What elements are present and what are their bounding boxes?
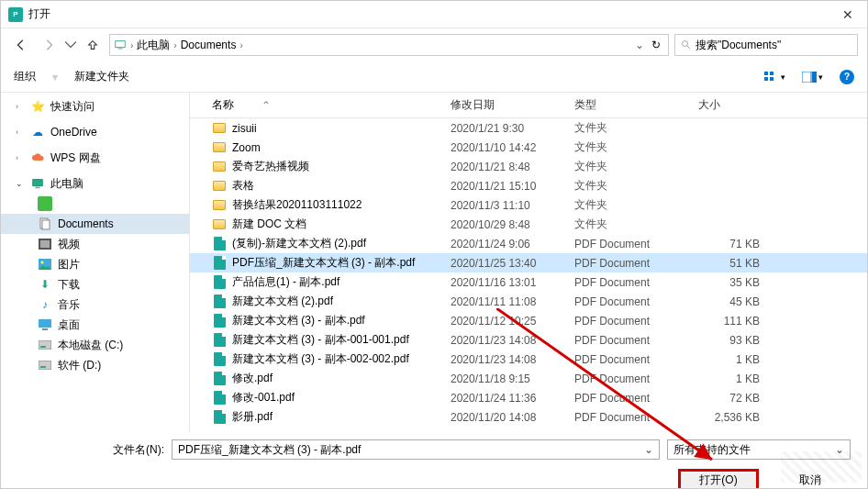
- desktop-icon: [38, 317, 52, 332]
- file-name: 新建文本文档 (3) - 副本.pdf: [232, 313, 451, 328]
- file-size: 111 KB: [698, 315, 767, 328]
- up-button[interactable]: [82, 34, 104, 56]
- app-icon: P: [8, 7, 23, 22]
- file-row[interactable]: (复制)-新建文本文档 (2).pdf2020/11/24 9:06PDF Do…: [190, 234, 867, 253]
- file-type: PDF Document: [574, 257, 698, 270]
- file-name: 新建文本文档 (3) - 副本-002-002.pdf: [232, 351, 451, 367]
- sidebar-downloads[interactable]: ⬇下载: [1, 274, 189, 295]
- organize-button[interactable]: 组织: [14, 69, 36, 84]
- file-row[interactable]: 新建 DOC 文档2020/10/29 8:48文件夹: [190, 215, 867, 234]
- file-date: 2020/11/3 11:10: [451, 199, 574, 212]
- sidebar-this-pc[interactable]: ⌄此电脑: [1, 173, 189, 194]
- pdf-icon: [212, 295, 227, 309]
- sidebar-onedrive[interactable]: ›☁OneDrive: [1, 122, 189, 142]
- new-folder-button[interactable]: 新建文件夹: [74, 69, 129, 84]
- column-headers[interactable]: 名称⌃ 修改日期 类型 大小: [190, 93, 867, 118]
- svg-rect-3: [764, 72, 768, 75]
- search-input[interactable]: 搜索"Documents": [674, 34, 858, 56]
- disk-icon: [38, 338, 52, 352]
- col-type[interactable]: 类型: [574, 97, 698, 113]
- open-button[interactable]: 打开(O): [678, 469, 759, 489]
- pc-icon: [30, 176, 45, 191]
- file-size: 1 KB: [698, 372, 767, 385]
- file-name: 修改-001.pdf: [232, 390, 451, 406]
- file-type: 文件夹: [574, 217, 698, 232]
- file-row[interactable]: PDF压缩_新建文本文档 (3) - 副本.pdf2020/11/25 13:4…: [190, 253, 867, 272]
- file-type: PDF Document: [574, 315, 698, 328]
- sidebar-music[interactable]: ♪音乐: [1, 295, 189, 315]
- cloud-icon: ☁: [30, 125, 45, 139]
- pdf-icon: [212, 352, 227, 367]
- search-placeholder: 搜索"Documents": [696, 38, 781, 53]
- sidebar-3d[interactable]: 3D: [1, 194, 189, 214]
- watermark: [781, 451, 862, 483]
- file-type: 文件夹: [574, 159, 698, 174]
- file-row[interactable]: 新建文本文档 (2).pdf2020/11/11 11:08PDF Docume…: [190, 292, 867, 311]
- file-type: 文件夹: [574, 120, 698, 136]
- sidebar-wps[interactable]: ›WPS 网盘: [1, 148, 189, 168]
- svg-rect-21: [39, 361, 51, 370]
- file-row[interactable]: 爱奇艺热播视频2020/11/21 8:48文件夹: [190, 157, 867, 176]
- help-icon[interactable]: ?: [840, 70, 854, 84]
- back-button[interactable]: [10, 34, 32, 56]
- file-row[interactable]: 新建文本文档 (3) - 副本.pdf2020/11/12 10:25PDF D…: [190, 311, 867, 330]
- sidebar-video[interactable]: 视频: [1, 234, 189, 254]
- file-type: PDF Document: [574, 392, 698, 405]
- file-type: PDF Document: [574, 295, 698, 308]
- file-type: PDF Document: [574, 372, 698, 385]
- file-row[interactable]: 影册.pdf2020/11/20 14:08PDF Document2,536 …: [190, 407, 867, 427]
- star-icon: ⭐: [30, 99, 45, 114]
- recent-dropdown[interactable]: [65, 34, 76, 56]
- file-date: 2020/11/18 9:15: [451, 372, 574, 385]
- svg-rect-9: [33, 180, 43, 186]
- file-date: 2020/11/20 14:08: [451, 411, 574, 424]
- col-name[interactable]: 名称: [212, 97, 234, 113]
- file-row[interactable]: 产品信息(1) - 副本.pdf2020/11/16 13:01PDF Docu…: [190, 272, 867, 292]
- preview-pane[interactable]: ▾: [802, 72, 823, 83]
- breadcrumb-pc[interactable]: 此电脑: [137, 38, 170, 53]
- svg-rect-18: [42, 328, 48, 330]
- sidebar-quick-access[interactable]: ›⭐快速访问: [1, 96, 189, 117]
- file-name: 表格: [232, 178, 451, 194]
- file-row[interactable]: 修改.pdf2020/11/18 9:15PDF Document1 KB: [190, 369, 867, 388]
- window-title: 打开: [28, 6, 836, 22]
- file-row[interactable]: 替换结果202011031110222020/11/3 11:10文件夹: [190, 195, 867, 215]
- cloud-icon: [30, 150, 45, 165]
- file-name: 产品信息(1) - 副本.pdf: [232, 274, 451, 290]
- documents-icon: [38, 217, 52, 231]
- svg-rect-20: [40, 346, 46, 348]
- file-row[interactable]: zisuii2020/1/21 9:30文件夹: [190, 118, 867, 138]
- sidebar-disk-c[interactable]: 本地磁盘 (C:): [1, 335, 189, 355]
- pictures-icon: [38, 257, 52, 272]
- file-size: 72 KB: [698, 392, 767, 405]
- breadcrumb[interactable]: › 此电脑 › Documents › ⌄ ↻: [109, 34, 669, 56]
- view-options[interactable]: ▾: [764, 72, 785, 83]
- file-row[interactable]: Zoom2020/11/10 14:42文件夹: [190, 138, 867, 157]
- file-date: 2020/11/23 14:08: [451, 334, 574, 347]
- music-icon: ♪: [38, 297, 52, 312]
- breadcrumb-folder[interactable]: Documents: [181, 39, 237, 51]
- col-date[interactable]: 修改日期: [451, 97, 574, 113]
- file-row[interactable]: 新建文本文档 (3) - 副本-001-001.pdf2020/11/23 14…: [190, 330, 867, 350]
- dropdown-icon[interactable]: ⌄: [644, 443, 653, 456]
- path-dropdown-icon[interactable]: ⌄: [635, 39, 644, 51]
- sidebar-disk-d[interactable]: 软件 (D:): [1, 355, 189, 375]
- file-row[interactable]: 表格2020/11/21 15:10文件夹: [190, 176, 867, 195]
- file-row[interactable]: 修改-001.pdf2020/11/24 11:36PDF Document72…: [190, 388, 867, 407]
- file-type: PDF Document: [574, 411, 698, 424]
- file-date: 2020/11/24 9:06: [451, 238, 574, 250]
- close-icon[interactable]: ✕: [836, 7, 860, 22]
- filename-input[interactable]: PDF压缩_新建文本文档 (3) - 副本.pdf⌄: [172, 439, 660, 460]
- sidebar-documents[interactable]: Documents: [1, 214, 189, 234]
- file-row[interactable]: 新建文本文档 (3) - 副本-002-002.pdf2020/11/23 14…: [190, 350, 867, 369]
- file-size: 2,536 KB: [698, 411, 767, 424]
- file-name: (复制)-新建文本文档 (2).pdf: [232, 236, 451, 251]
- svg-rect-4: [770, 72, 773, 75]
- forward-button[interactable]: [38, 34, 60, 56]
- sidebar-desktop[interactable]: 桌面: [1, 315, 189, 335]
- sidebar-pictures[interactable]: 图片: [1, 254, 189, 274]
- svg-rect-5: [764, 77, 768, 81]
- refresh-icon[interactable]: ↻: [648, 39, 664, 51]
- col-size[interactable]: 大小: [698, 97, 772, 113]
- file-name: PDF压缩_新建文本文档 (3) - 副本.pdf: [232, 255, 451, 271]
